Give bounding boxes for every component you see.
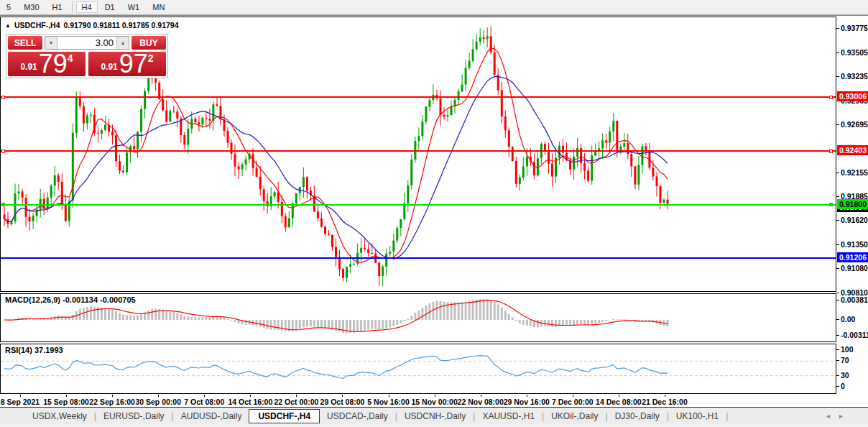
timeframe-h1[interactable]: H1 bbox=[47, 1, 68, 13]
one-click-toggle-icon[interactable]: ▲ bbox=[5, 22, 11, 29]
timeframe-5[interactable]: 5 bbox=[1, 1, 17, 13]
buy-button[interactable]: BUY bbox=[131, 36, 166, 50]
price-tick-label: 0.93775 bbox=[841, 23, 868, 33]
mt4-terminal: { "toolbar": { "timeframes": [ {"label":… bbox=[0, 0, 868, 427]
sell-price-sup: 4 bbox=[68, 52, 73, 64]
price-level-chip: 0.91800 bbox=[837, 199, 868, 209]
hline-0.91206[interactable] bbox=[1, 257, 836, 259]
rsi-canvas bbox=[1, 344, 836, 393]
price-tick-label: 0.91080 bbox=[841, 263, 868, 273]
price-tick-label: 100 bbox=[841, 344, 854, 354]
price-tick-label: 70 bbox=[841, 355, 849, 365]
tab-xauusd-h1[interactable]: XAUUSD-,H1 bbox=[475, 409, 542, 423]
macd-label: MACD(12,26,9) -0.001134 -0.000705 bbox=[5, 295, 136, 304]
volume-decrease-icon[interactable]: ▼ bbox=[45, 37, 57, 49]
time-tick-label: 21 Dec 16:00 bbox=[640, 398, 690, 406]
axis-tick-mark bbox=[836, 28, 839, 29]
hline-handle-right[interactable] bbox=[829, 150, 833, 153]
time-tick-label: 22 Sep 16:00 bbox=[87, 398, 137, 406]
time-tick-mark bbox=[481, 395, 481, 397]
timeframe-m30[interactable]: M30 bbox=[18, 1, 45, 13]
price-tick-label: -0.003115 bbox=[841, 330, 868, 340]
chart-tab-bar: USDX,Weekly|EURUSD-,Daily|AUDUSD-,DailyU… bbox=[0, 407, 868, 425]
chart-header: ▲ USDCHF-,H4 0.91790 0.91811 0.91785 0.9… bbox=[5, 21, 179, 29]
tab-ukoil-daily[interactable]: UKOil-,Daily bbox=[544, 409, 605, 423]
timeframe-toolbar: 5M30H1H4D1W1MN bbox=[0, 0, 868, 15]
price-tick-label: 0.003811 bbox=[841, 295, 868, 305]
tab-separator: | bbox=[726, 411, 728, 421]
volume-increase-icon[interactable]: ▲ bbox=[116, 37, 129, 49]
time-tick-mark bbox=[112, 395, 113, 397]
price-level-chip: 0.93006 bbox=[837, 91, 868, 101]
tab-eurusd-daily[interactable]: EURUSD-,Daily bbox=[96, 409, 172, 423]
time-tick-mark bbox=[573, 395, 573, 397]
rsi-line bbox=[4, 356, 668, 379]
timeframe-d1[interactable]: D1 bbox=[99, 1, 121, 13]
sell-price-tile[interactable]: 0.91 79 4 bbox=[8, 52, 86, 76]
axis-tick-mark bbox=[836, 244, 839, 245]
sell-button[interactable]: SELL bbox=[8, 36, 42, 50]
time-tick-mark bbox=[296, 395, 297, 397]
hline-handle-left[interactable] bbox=[1, 150, 5, 153]
timeframe-w1[interactable]: W1 bbox=[122, 1, 146, 13]
time-tick-label: 7 Oct 08:00 bbox=[179, 398, 229, 406]
tab-usdcad-daily[interactable]: USDCAD-,Daily bbox=[320, 409, 395, 423]
time-tick-label: 22 Oct 00:00 bbox=[271, 398, 321, 406]
hline-0.92403[interactable] bbox=[1, 150, 836, 152]
axis-tick-mark bbox=[836, 300, 839, 300]
hline-handle-right[interactable] bbox=[829, 203, 833, 206]
axis-tick-mark bbox=[836, 124, 839, 125]
hline-handle-right[interactable] bbox=[829, 96, 833, 99]
rsi-panel[interactable]: RSI(14) 37.1993 bbox=[0, 344, 836, 394]
chart-symbol-title: USDCHF-,H4 bbox=[14, 21, 60, 29]
toolbar-separator bbox=[72, 1, 73, 13]
rsi-label: RSI(14) 37.1993 bbox=[5, 346, 63, 354]
axis-tick-mark bbox=[836, 76, 839, 77]
time-tick-label: 7 Dec 00:00 bbox=[548, 398, 598, 406]
price-chart-panel[interactable]: ▲ USDCHF-,H4 0.91790 0.91811 0.91785 0.9… bbox=[0, 17, 836, 292]
buy-price-tile[interactable]: 0.91 97 2 bbox=[88, 52, 166, 76]
tab-audusd-daily[interactable]: AUDUSD-,Daily bbox=[174, 409, 249, 423]
timeframe-mn[interactable]: MN bbox=[147, 1, 170, 13]
price-tick-label: 0.00 bbox=[841, 314, 855, 324]
tab-scroll-right-icon[interactable]: ► bbox=[838, 413, 844, 420]
tab-scroll-left-icon[interactable]: ◄ bbox=[825, 413, 831, 420]
time-tick-mark bbox=[342, 395, 343, 397]
time-tick-mark bbox=[527, 395, 527, 397]
ma-fast-line bbox=[4, 48, 668, 262]
axis-tick-mark bbox=[836, 335, 839, 336]
time-tick-label: 14 Dec 08:00 bbox=[594, 398, 644, 406]
time-tick-mark bbox=[66, 395, 67, 397]
axis-tick-mark bbox=[836, 52, 839, 53]
hline-handle-left[interactable] bbox=[1, 96, 5, 99]
hline-0.93006[interactable] bbox=[1, 96, 836, 98]
axis-tick-mark bbox=[836, 293, 839, 293]
price-tick-label: 0.92695 bbox=[841, 119, 868, 129]
tab-uk100-h1[interactable]: UK100-,H1 bbox=[669, 409, 726, 423]
buy-price-big: 97 bbox=[119, 53, 148, 75]
volume-input[interactable] bbox=[57, 37, 116, 49]
time-tick-label: 22 Nov 08:00 bbox=[456, 398, 506, 406]
ma-slow-line bbox=[4, 76, 668, 258]
hline-0.91800[interactable] bbox=[1, 204, 836, 206]
macd-panel[interactable]: MACD(12,26,9) -0.001134 -0.000705 bbox=[0, 293, 836, 342]
timeframe-h4[interactable]: H4 bbox=[76, 1, 98, 13]
price-tick-label: 30 bbox=[841, 370, 849, 380]
hline-handle-left[interactable] bbox=[1, 203, 5, 206]
time-tick-label: 30 Sep 00:00 bbox=[133, 398, 183, 406]
price-tick-label: 0.93505 bbox=[841, 47, 868, 58]
price-level-chip: 0.92403 bbox=[837, 145, 868, 155]
tab-usdx-weekly[interactable]: USDX,Weekly bbox=[25, 409, 94, 423]
price-level-chip: 0.91206 bbox=[837, 252, 868, 262]
axis-tick-mark bbox=[836, 319, 839, 320]
axis-tick-mark bbox=[836, 220, 839, 221]
tab-dj30-daily[interactable]: DJ30-,Daily bbox=[608, 409, 667, 423]
axis-tick-mark bbox=[836, 360, 839, 361]
time-tick-mark bbox=[435, 395, 435, 397]
tab-usdchf-h4[interactable]: USDCHF-,H4 bbox=[249, 409, 320, 423]
time-tick-label: 8 Sep 2021 bbox=[0, 398, 45, 406]
buy-price-sup: 2 bbox=[148, 52, 154, 64]
price-tick-label: 0 bbox=[841, 381, 845, 391]
price-axis: 0.937750.935050.932350.929650.926950.921… bbox=[836, 17, 868, 395]
tab-usdcnh-daily[interactable]: USDCNH-,Daily bbox=[397, 409, 473, 423]
